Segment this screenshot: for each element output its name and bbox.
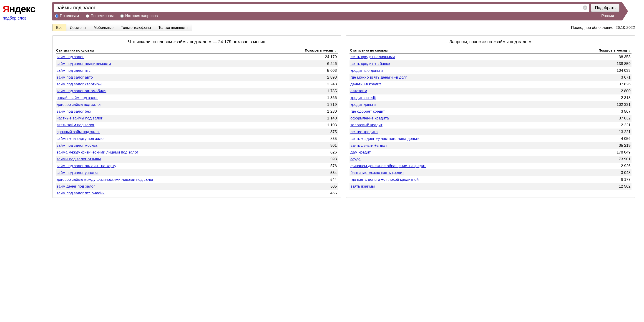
keyword-link[interactable]: займ под залог недвижимости — [56, 62, 327, 66]
keyword-link[interactable]: где можно взять деньги +в долг — [350, 75, 621, 80]
table-row: договор займа под залог1 319 — [56, 101, 338, 108]
keyword-link[interactable]: где взять деньги +с плохой кредитной — [350, 177, 621, 182]
keyword-count: 626 — [330, 150, 337, 155]
keyword-link[interactable]: займ под залог — [56, 55, 325, 59]
filter-tab[interactable]: Десктопы — [66, 24, 90, 31]
keyword-count: 1 785 — [327, 89, 337, 93]
keyword-link[interactable]: займ под залог онлайн +на карту — [56, 164, 330, 168]
keyword-link[interactable]: займы под залог отзывы — [56, 157, 330, 161]
mode-history-label: История запросов — [125, 14, 158, 18]
mode-by-words-radio[interactable] — [55, 14, 58, 18]
keyword-link[interactable]: договор займа под залог — [56, 102, 327, 107]
table-row: взятие кредита13 221 — [350, 129, 632, 135]
keyword-count: 37 632 — [619, 116, 630, 121]
mode-by-regions[interactable]: По регионам — [86, 14, 114, 18]
filter-tab[interactable]: Только планшеты — [155, 24, 192, 31]
keyword-link[interactable]: взять кредит наличными — [350, 55, 619, 59]
help-icon[interactable]: ? — [628, 49, 631, 52]
keyword-link[interactable]: займ под залог без — [56, 109, 327, 114]
panel-related: Запросы, похожие на «займы под залог» Ст… — [346, 35, 635, 198]
table-row: взять кредит +в банке138 859 — [350, 60, 632, 67]
keyword-link[interactable]: финансы денежное обращение +и кредит — [350, 164, 621, 168]
table-row: срочный займ под залог875 — [56, 129, 338, 135]
keyword-link[interactable]: дам кредит — [350, 150, 617, 155]
keyword-count: 6 177 — [621, 177, 630, 182]
table-row: залоговый кредит2 221 — [350, 122, 632, 129]
table-row: займ денег под залог505 — [56, 183, 338, 190]
keyword-count: 801 — [330, 143, 337, 148]
keyword-link[interactable]: займ под залог москва — [56, 143, 330, 148]
keyword-count: 3 567 — [621, 109, 630, 114]
mode-history-radio[interactable] — [120, 14, 124, 18]
keyword-link[interactable]: взять кредит +в банке — [350, 62, 617, 66]
keyword-count: 544 — [330, 177, 337, 182]
table-row: займы +на карту под залог835 — [56, 135, 338, 142]
keyword-link[interactable]: где одобрят кредит — [350, 109, 621, 114]
keyword-link[interactable]: залоговый кредит — [350, 123, 621, 127]
search-input[interactable] — [57, 4, 582, 12]
table-row: займы под залог отзывы593 — [56, 156, 338, 162]
panel-words-title: Что искали со словом «займы под залог» —… — [56, 39, 338, 44]
table-row: займ под залог авто2 893 — [56, 74, 338, 81]
keyword-link[interactable]: займ под залог птс онлайн — [56, 191, 330, 195]
keyword-link[interactable]: займ денег под залог — [56, 184, 330, 189]
keyword-link[interactable]: договор займа между физическими лицами п… — [56, 177, 330, 182]
table-row: взять взаймы12 562 — [350, 183, 632, 190]
keyword-count: 554 — [330, 170, 337, 175]
table-row: финансы денежное обращение +и кредит2 92… — [350, 162, 632, 169]
keyword-link[interactable]: займ под залог автомобиля — [56, 89, 327, 93]
keyword-link[interactable]: кредит деньги — [350, 102, 617, 107]
keyword-link[interactable]: займа между физическими лицами под залог — [56, 150, 330, 155]
keyword-count: 6 246 — [327, 62, 337, 66]
keyword-count: 2 318 — [621, 96, 630, 100]
keyword-link[interactable]: взять взаймы — [350, 184, 619, 189]
keyword-link[interactable]: займ под залог авто — [56, 75, 327, 80]
keyword-link[interactable]: ссуда — [350, 157, 619, 161]
logo[interactable]: Яндекс — [3, 4, 52, 14]
keyword-count: 3 671 — [621, 75, 630, 80]
filter-tab[interactable]: Все — [52, 24, 66, 31]
region-selector[interactable]: Россия — [601, 14, 614, 18]
keyword-link[interactable]: взять деньги +в долг — [350, 143, 619, 148]
panel-words-col-count: Показов в месяц — [305, 48, 333, 52]
mode-by-regions-radio[interactable] — [86, 14, 89, 18]
mode-history[interactable]: История запросов — [120, 14, 158, 18]
keyword-link[interactable]: частные займы под залог — [56, 116, 327, 121]
keyword-count: 1 140 — [327, 116, 337, 121]
submit-button[interactable]: Подобрать — [591, 4, 620, 12]
keyword-count: 73 901 — [619, 157, 630, 161]
keyword-link[interactable]: займы +на карту под залог — [56, 137, 330, 141]
table-row: займ под залог онлайн +на карту576 — [56, 162, 338, 169]
filter-tab[interactable]: Мобильные — [90, 24, 117, 31]
keyword-link[interactable]: деньги +в кредит — [350, 82, 619, 87]
search-band: ✕ Подобрать По словам По регионам Истори… — [52, 2, 628, 20]
keyword-link[interactable]: срочный займ под залог — [56, 130, 330, 134]
table-row: займа между физическими лицами под залог… — [56, 149, 338, 156]
keyword-link[interactable]: займ под залог квартиры — [56, 82, 327, 87]
keyword-count: 102 331 — [617, 102, 630, 107]
clear-icon[interactable]: ✕ — [583, 5, 588, 10]
keyword-link[interactable]: кредиты credit — [350, 96, 621, 100]
keyword-link[interactable]: взять +в долг +у частного лица деньги — [350, 137, 621, 141]
keyword-link[interactable]: банки где можно взять кредит — [350, 170, 621, 175]
keyword-link[interactable]: онлайн займ под залог — [56, 96, 327, 100]
mode-by-words[interactable]: По словам — [55, 14, 79, 18]
keyword-count: 2 926 — [621, 164, 630, 168]
keyword-link[interactable]: займ под залог птс — [56, 68, 327, 73]
keyword-link[interactable]: оформление кредита — [350, 116, 619, 121]
table-row: частные займы под залог1 140 — [56, 115, 338, 122]
keyword-link[interactable]: взятие кредита — [350, 130, 619, 134]
keyword-link[interactable]: займ под залог участка — [56, 170, 330, 175]
table-row: оформление кредита37 632 — [350, 115, 632, 122]
keyword-link[interactable]: кредитные деньги — [350, 68, 617, 73]
table-row: взять +в долг +у частного лица деньги4 0… — [350, 135, 632, 142]
filter-tab[interactable]: Только телефоны — [117, 24, 155, 31]
keyword-count: 505 — [330, 184, 337, 189]
subservice-link[interactable]: подбор слов — [3, 16, 52, 21]
help-icon[interactable]: ? — [334, 49, 337, 52]
table-row: банки где можно взять кредит3 048 — [350, 169, 632, 176]
table-row: займ под залог квартиры2 243 — [56, 81, 338, 88]
table-row: где одобрят кредит3 567 — [350, 108, 632, 115]
keyword-link[interactable]: взять займ под залог — [56, 123, 327, 127]
keyword-link[interactable]: автозайм — [350, 89, 621, 93]
